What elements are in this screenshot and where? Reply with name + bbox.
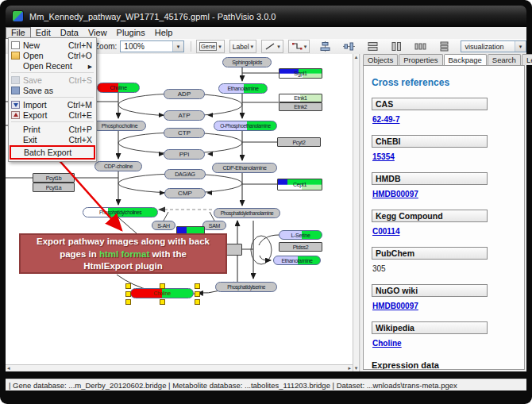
xref-link[interactable]: HMDB00097: [372, 190, 418, 198]
zoom-value: 100%: [124, 42, 145, 51]
menu-item-label: Exit: [23, 135, 69, 144]
tab-objects[interactable]: Objects: [363, 54, 398, 65]
node-pcyt2[interactable]: Pcyt2: [277, 137, 321, 147]
tab-legend[interactable]: Legend: [522, 54, 532, 65]
node-cdp-ethanolamine[interactable]: CDP-Ethanolamine: [212, 163, 277, 173]
selection-handle[interactable]: [195, 299, 200, 305]
zoom-combobox[interactable]: 100% ▾: [120, 40, 184, 52]
selection-handle[interactable]: [125, 299, 131, 305]
chevron-down-icon[interactable]: ▾: [277, 44, 280, 50]
node-o-phosphoethanolamine[interactable]: O-Phosphoethanolamine: [214, 121, 277, 131]
file-menu-item-open[interactable]: Open Ctrl+O: [9, 50, 96, 60]
title-bar[interactable]: Mm_Kennedy_pathway_WP1771_45176.gpml - P…: [6, 6, 526, 27]
match-height-button[interactable]: [388, 40, 405, 52]
node-etnk1[interactable]: Etnk1: [279, 94, 322, 102]
chevron-down-icon[interactable]: ▾: [304, 44, 307, 50]
canvas-vertical-scrollbar[interactable]: ▴ ▾: [353, 54, 360, 371]
scroll-left-icon[interactable]: ◂: [7, 365, 10, 371]
node-phosphatidylserine[interactable]: Phosphatidylserine: [215, 282, 277, 292]
node-label: L-Serine: [291, 233, 310, 238]
node-ppi[interactable]: PPi: [164, 149, 205, 160]
match-width-button[interactable]: [364, 40, 381, 52]
file-menu-item-save[interactable]: Save Ctrl+S: [9, 75, 96, 85]
node-atp[interactable]: ATP: [164, 110, 205, 121]
tab-properties[interactable]: Properties: [399, 54, 442, 65]
file-menu-item-exit[interactable]: Exit Ctrl+X: [9, 134, 96, 144]
file-menu-item-batch-export[interactable]: Batch Export: [10, 145, 95, 160]
distribute-horizontal-button[interactable]: [412, 40, 429, 52]
selection-handle[interactable]: [195, 283, 200, 289]
node-sphingolipids[interactable]: Sphingolipids: [222, 57, 272, 67]
open-folder-icon: [11, 52, 20, 60]
node-cdp-choline[interactable]: CDP-choline: [94, 161, 142, 171]
scroll-right-icon[interactable]: ▸: [348, 365, 351, 371]
node-ethanolamine-bottom[interactable]: Ethanolamine: [273, 256, 321, 265]
node-adp[interactable]: ADP: [164, 89, 205, 99]
annotation-line1: Export pathway images along with back: [37, 237, 210, 246]
node-sah[interactable]: S-AH: [152, 221, 175, 230]
selection-handle[interactable]: [160, 283, 165, 289]
node-cmp[interactable]: CMP: [164, 188, 206, 198]
node-phosphatidylethanolamine[interactable]: Phosphatidylethanolamine: [214, 208, 280, 218]
xref-link[interactable]: 15354: [372, 152, 395, 161]
chevron-down-icon[interactable]: ▾: [515, 41, 526, 52]
file-menu-item-print[interactable]: Print Ctrl+P: [9, 124, 96, 134]
gene-button-label: Gene: [199, 42, 217, 51]
node-ctp[interactable]: CTP: [164, 128, 205, 138]
align-vertical-center-button[interactable]: [317, 40, 333, 52]
gene-datanode-button[interactable]: Gene ▾: [196, 40, 225, 53]
menu-help[interactable]: Help: [150, 28, 178, 38]
node-etnk2[interactable]: Etnk2: [279, 102, 322, 111]
file-menu-item-import[interactable]: Import Ctrl+M: [9, 99, 96, 110]
node-ptdss2[interactable]: Ptdss2: [279, 242, 322, 252]
node-label: Etnk1: [294, 95, 306, 101]
xref-header: ChEBI: [372, 135, 488, 148]
file-menu-item-save-as[interactable]: Save as: [9, 85, 96, 95]
node-pcyt1b[interactable]: Pcyt1b: [33, 173, 75, 183]
node-label: Etnk2: [294, 104, 306, 110]
selection-handle[interactable]: [125, 283, 131, 289]
selection-handle[interactable]: [160, 299, 165, 305]
chevron-down-icon[interactable]: ▾: [172, 41, 183, 52]
distribute-vertical-button[interactable]: [436, 40, 453, 52]
node-label: Phosphocholine: [102, 123, 138, 129]
node-choline-bottom-selected[interactable]: Choline: [130, 288, 194, 298]
node-cept1[interactable]: Cept1: [277, 179, 322, 190]
node-ethanolamine-top[interactable]: Ethanolamine: [218, 83, 268, 94]
align-horizontal-center-button[interactable]: [341, 40, 357, 52]
menu-item-label: Open Recent: [23, 61, 88, 71]
canvas-horizontal-scrollbar[interactable]: ◂ ▸: [6, 364, 353, 371]
annotation-line2: pages in: [60, 249, 99, 259]
node-sgpl1[interactable]: Sgpl1: [279, 68, 322, 79]
label-button[interactable]: Label ▾: [229, 40, 256, 53]
tab-backpage[interactable]: Backpage: [444, 54, 487, 65]
file-menu-item-new[interactable]: New Ctrl+N: [9, 40, 96, 50]
menu-plugins[interactable]: Plugins: [112, 28, 150, 38]
node-phosphatidylcholines[interactable]: Phosphatidylcholines: [83, 207, 158, 217]
xref-link[interactable]: Choline: [372, 339, 402, 348]
chevron-down-icon[interactable]: ▾: [218, 44, 222, 50]
node-phosphocholine[interactable]: Phosphocholine: [93, 121, 146, 131]
file-menu-item-export[interactable]: Export Ctrl+E: [9, 110, 96, 120]
node-sam[interactable]: SAM: [202, 221, 226, 230]
chevron-down-icon[interactable]: ▾: [251, 44, 254, 50]
node-choline-top[interactable]: Choline: [97, 83, 140, 93]
node-label: Pcyt2: [292, 140, 305, 145]
xref-link[interactable]: HMDB00097: [372, 302, 418, 310]
node-l-serine[interactable]: L-Serine: [279, 230, 322, 240]
xref-section-kegg: Kegg Compound C00114: [372, 210, 516, 237]
file-menu-item-open-recent[interactable]: Open Recent ▸: [9, 60, 96, 71]
selection-handle[interactable]: [125, 291, 131, 297]
xref-link[interactable]: C00114: [372, 227, 399, 236]
node-pcyt1a[interactable]: Pcyt1a: [33, 183, 75, 192]
scroll-up-icon[interactable]: ▴: [355, 54, 358, 60]
scroll-down-icon[interactable]: ▾: [355, 365, 358, 371]
xref-link[interactable]: 62-49-7: [372, 115, 399, 124]
selection-handle[interactable]: [195, 291, 200, 297]
visualization-combobox[interactable]: visualization ▾: [461, 40, 526, 52]
tab-search[interactable]: Search: [488, 54, 521, 65]
connector-tool-button[interactable]: ▾: [288, 40, 310, 53]
node-dag[interactable]: DAG/AG: [164, 169, 206, 179]
node-label: CDP-choline: [104, 164, 133, 169]
line-tool-button[interactable]: ▾: [261, 40, 283, 53]
